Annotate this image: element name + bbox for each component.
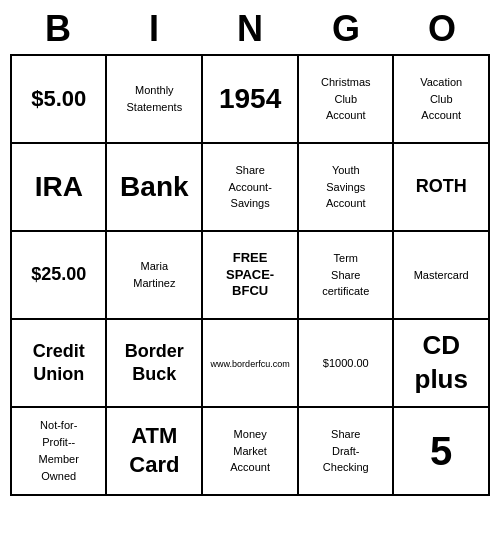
cell-r3-c2: www.borderfcu.com [202, 319, 298, 407]
cell-r0-c2: 1954 [202, 55, 298, 143]
cell-r0-c4: VacationClubAccount [393, 55, 489, 143]
title-g: G [306, 8, 386, 50]
cell-r0-c0: $5.00 [11, 55, 106, 143]
cell-text-r0-c2: 1954 [219, 83, 281, 114]
cell-text-r4-c2: MoneyMarketAccount [230, 428, 270, 474]
cell-text-r3-c4: CDplus [415, 330, 468, 394]
cell-text-r1-c3: YouthSavingsAccount [326, 164, 366, 210]
title-o: O [402, 8, 482, 50]
cell-r2-c3: TermSharecertificate [298, 231, 393, 319]
cell-text-r2-c0: $25.00 [31, 264, 86, 284]
cell-r3-c4: CDplus [393, 319, 489, 407]
bingo-title: B I N G O [10, 0, 490, 54]
cell-r1-c4: ROTH [393, 143, 489, 231]
cell-text-r4-c4: 5 [430, 429, 452, 473]
cell-text-r1-c4: ROTH [416, 176, 467, 196]
cell-r2-c4: Mastercard [393, 231, 489, 319]
title-i: I [114, 8, 194, 50]
cell-r0-c3: ChristmasClubAccount [298, 55, 393, 143]
cell-r1-c0: IRA [11, 143, 106, 231]
cell-text-r0-c4: VacationClubAccount [420, 76, 462, 122]
cell-r3-c0: CreditUnion [11, 319, 106, 407]
cell-text-r4-c3: ShareDraft-Checking [323, 428, 369, 474]
cell-text-r3-c3: $1000.00 [323, 357, 369, 369]
cell-r4-c0: Not-for-Profit--MemberOwned [11, 407, 106, 495]
cell-text-r4-c0: Not-for-Profit--MemberOwned [39, 419, 79, 482]
cell-r4-c4: 5 [393, 407, 489, 495]
cell-text-r0-c0: $5.00 [31, 86, 86, 111]
cell-r1-c2: ShareAccount-Savings [202, 143, 298, 231]
cell-text-r3-c0: CreditUnion [33, 341, 85, 384]
cell-text-r0-c1: MonthlyStatements [127, 84, 183, 113]
title-b: B [18, 8, 98, 50]
bingo-grid: $5.00MonthlyStatements1954ChristmasClubA… [10, 54, 490, 496]
cell-text-r1-c2: ShareAccount-Savings [228, 164, 271, 210]
cell-text-r1-c0: IRA [35, 171, 83, 202]
cell-text-r2-c1: MariaMartinez [133, 260, 175, 289]
cell-r1-c3: YouthSavingsAccount [298, 143, 393, 231]
cell-text-r0-c3: ChristmasClubAccount [321, 76, 371, 122]
cell-r2-c0: $25.00 [11, 231, 106, 319]
cell-r2-c2: FREESPACE-BFCU [202, 231, 298, 319]
cell-text-r1-c1: Bank [120, 171, 188, 202]
cell-r4-c3: ShareDraft-Checking [298, 407, 393, 495]
cell-r3-c3: $1000.00 [298, 319, 393, 407]
cell-text-r3-c2: www.borderfcu.com [211, 359, 290, 369]
cell-r0-c1: MonthlyStatements [106, 55, 202, 143]
title-n: N [210, 8, 290, 50]
cell-text-r2-c3: TermSharecertificate [322, 252, 369, 298]
cell-r4-c2: MoneyMarketAccount [202, 407, 298, 495]
cell-text-r3-c1: BorderBuck [125, 341, 184, 384]
cell-r4-c1: ATMCard [106, 407, 202, 495]
cell-text-r4-c1: ATMCard [129, 423, 179, 477]
cell-r1-c1: Bank [106, 143, 202, 231]
cell-r3-c1: BorderBuck [106, 319, 202, 407]
cell-r2-c1: MariaMartinez [106, 231, 202, 319]
cell-text-r2-c2: FREESPACE-BFCU [226, 250, 274, 299]
cell-text-r2-c4: Mastercard [414, 269, 469, 281]
